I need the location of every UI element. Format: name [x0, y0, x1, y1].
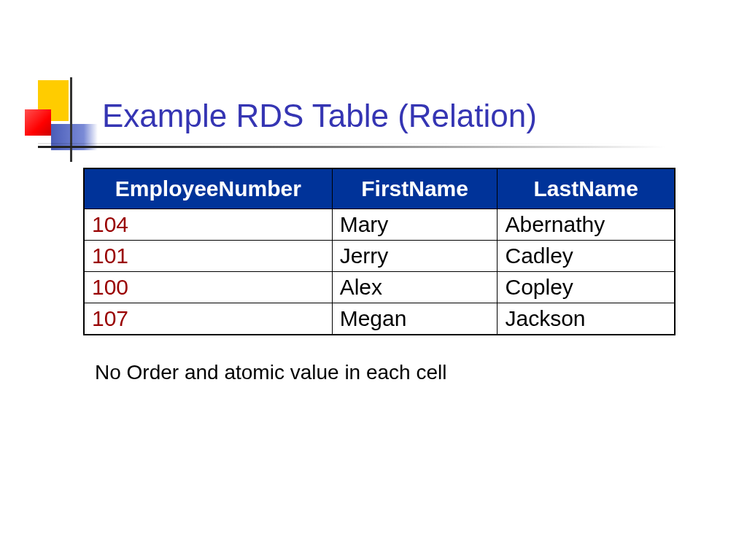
cell-last-name: Abernathy	[498, 209, 675, 241]
cell-first-name: Mary	[332, 209, 498, 241]
cell-first-name: Jerry	[332, 241, 498, 272]
deco-horiz-line	[38, 146, 665, 148]
table-row: 100 Alex Copley	[84, 272, 675, 303]
deco-vertical-line	[70, 77, 72, 162]
deco-red-rect	[25, 109, 51, 136]
table-header-row: EmployeeNumber FirstName LastName	[84, 168, 675, 209]
table-row: 107 Megan Jackson	[84, 303, 675, 335]
col-header-first-name: FirstName	[332, 168, 498, 209]
table-row: 104 Mary Abernathy	[84, 209, 675, 241]
cell-employee-number: 104	[84, 209, 332, 241]
deco-horiz-shadow	[38, 143, 665, 144]
cell-employee-number: 100	[84, 272, 332, 303]
cell-last-name: Jackson	[498, 303, 675, 335]
slide-decoration	[25, 80, 83, 160]
rds-table-wrap: EmployeeNumber FirstName LastName 104 Ma…	[83, 168, 676, 335]
cell-first-name: Alex	[332, 272, 498, 303]
cell-last-name: Cadley	[498, 241, 675, 272]
cell-first-name: Megan	[332, 303, 498, 335]
cell-employee-number: 101	[84, 241, 332, 272]
cell-last-name: Copley	[498, 272, 675, 303]
cell-employee-number: 107	[84, 303, 332, 335]
rds-table: EmployeeNumber FirstName LastName 104 Ma…	[83, 168, 676, 335]
table-row: 101 Jerry Cadley	[84, 241, 675, 272]
slide-title: Example RDS Table (Relation)	[102, 98, 537, 134]
col-header-last-name: LastName	[498, 168, 675, 209]
slide-caption: No Order and atomic value in each cell	[95, 361, 446, 384]
col-header-employee-number: EmployeeNumber	[84, 168, 332, 209]
